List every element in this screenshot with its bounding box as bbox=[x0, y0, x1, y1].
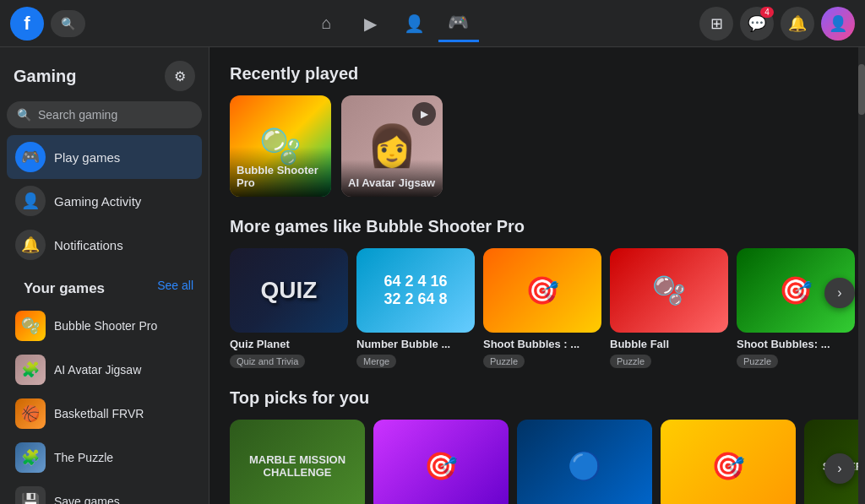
basketball-thumb: 🏀 bbox=[15, 398, 46, 429]
facebook-logo[interactable]: f bbox=[10, 7, 44, 41]
puzzle-thumb: 🧩 bbox=[15, 442, 46, 473]
game-card-number-bubble[interactable]: 64 2 4 1632 2 64 8 Number Bubble ... Mer… bbox=[356, 248, 475, 368]
settings-gear-button[interactable]: ⚙ bbox=[165, 61, 195, 91]
nav-people-button[interactable]: 👤 bbox=[394, 5, 435, 42]
quiz-planet-img: QUIZ bbox=[230, 248, 348, 333]
quiz-planet-tag: Quiz and Trivia bbox=[230, 355, 305, 368]
search-placeholder: Search gaming bbox=[38, 108, 117, 122]
sidebar-game-ai-avatar[interactable]: 🧩 AI Avatar Jigsaw bbox=[7, 348, 202, 392]
notifications-icon: 🔔 bbox=[15, 230, 46, 260]
bubble-fall-tag: Puzzle bbox=[610, 355, 651, 368]
more-games-next-button[interactable]: › bbox=[824, 278, 855, 308]
shoot-bubbles-3-img: 🎯 bbox=[373, 420, 509, 504]
recently-played-title: Recently played bbox=[230, 64, 845, 84]
sidebar-search-box[interactable]: 🔍 Search gaming bbox=[7, 101, 202, 128]
save-icon: 💾 bbox=[15, 486, 46, 504]
shoot-bubbles-4-img: 🎯 bbox=[661, 420, 796, 504]
recent-avatar-label: AI Avatar Jigsaw bbox=[341, 160, 443, 197]
grid-menu-button[interactable]: ⊞ bbox=[699, 7, 733, 41]
sidebar-game-puzzle[interactable]: 🧩 The Puzzle bbox=[7, 436, 202, 480]
pick-card-marble[interactable]: MARBLE MISSION CHALLENGE Marble Mission … bbox=[230, 420, 365, 504]
sidebar-item-notifications[interactable]: 🔔 Notifications bbox=[7, 223, 202, 267]
sidebar-title: Gaming bbox=[14, 67, 76, 86]
sidebar-game-save[interactable]: 💾 Save games bbox=[7, 480, 202, 504]
marble-mission-img: MARBLE MISSION CHALLENGE bbox=[230, 420, 365, 504]
shoot-bubbles-1-name: Shoot Bubbles : ... bbox=[483, 338, 601, 350]
bubble-fall-name: Bubble Fall bbox=[610, 338, 728, 350]
game-card-shoot-bubbles-2[interactable]: 🎯 Shoot Bubbles: ... Puzzle bbox=[737, 248, 855, 368]
notifications-button[interactable]: 🔔 bbox=[781, 7, 814, 41]
nav-gaming-button[interactable]: 🎮 bbox=[438, 5, 479, 42]
more-games-row: QUIZ Quiz Planet Quiz and Trivia 64 2 4 … bbox=[230, 248, 845, 368]
recent-card-ai-avatar[interactable]: 👩 ▶ AI Avatar Jigsaw bbox=[341, 95, 443, 197]
messenger-button[interactable]: 💬 4 bbox=[740, 7, 774, 41]
shoot-bubbles-1-img: 🎯 bbox=[483, 248, 601, 333]
topnav-center: ⌂ ▶ 👤 🎮 bbox=[85, 5, 699, 42]
your-games-label: Your games bbox=[15, 270, 113, 301]
top-picks-next-button[interactable]: › bbox=[824, 453, 855, 484]
bubble-shooter-thumb: 🫧 bbox=[15, 311, 46, 341]
avatar-image: 👤 bbox=[821, 7, 855, 41]
sidebar-header: Gaming ⚙ bbox=[7, 57, 202, 98]
your-games-section-header: Your games See all bbox=[7, 267, 202, 304]
shoot-bubbles-1-tag: Puzzle bbox=[483, 355, 525, 368]
main-content: Recently played 🫧 Bubble Shooter Pro 👩 ▶… bbox=[209, 47, 865, 504]
topnav-right: ⊞ 💬 4 🔔 👤 bbox=[699, 7, 855, 41]
pick-card-sort-match[interactable]: 🔵 Sort Match Puzzle Puzzle bbox=[517, 420, 652, 504]
play-overlay-icon: ▶ bbox=[412, 102, 436, 126]
sidebar-item-gaming-activity[interactable]: 👤 Gaming Activity bbox=[7, 179, 202, 223]
search-icon: 🔍 bbox=[17, 108, 31, 122]
quiz-planet-name: Quiz Planet bbox=[230, 338, 348, 350]
pick-card-shoot-bubbles-3[interactable]: 🎯 Shoot Bubbles 2 ... Action bbox=[373, 420, 509, 504]
ai-avatar-thumb: 🧩 bbox=[15, 355, 46, 385]
top-picks-title: Top picks for you bbox=[230, 388, 845, 408]
topnav-left: f 🔍 bbox=[10, 7, 85, 41]
bubble-fall-img: 🫧 bbox=[610, 248, 728, 333]
profile-avatar-button[interactable]: 👤 bbox=[821, 7, 855, 41]
messenger-badge: 4 bbox=[760, 7, 774, 18]
pick-card-shoot-bubbles-4[interactable]: 🎯 Shoot Bubbles : ... Puzzle bbox=[661, 420, 796, 504]
nav-watch-button[interactable]: ▶ bbox=[351, 5, 391, 42]
recently-played-row: 🫧 Bubble Shooter Pro 👩 ▶ AI Avatar Jigsa… bbox=[230, 95, 845, 197]
sidebar-game-bubble-shooter[interactable]: 🫧 Bubble Shooter Pro bbox=[7, 304, 202, 348]
recent-card-bubble-shooter[interactable]: 🫧 Bubble Shooter Pro bbox=[230, 95, 331, 197]
number-bubble-tag: Merge bbox=[356, 355, 396, 368]
search-icon: 🔍 bbox=[61, 17, 75, 30]
shoot-bubbles-2-name: Shoot Bubbles: ... bbox=[737, 338, 855, 350]
see-all-link[interactable]: See all bbox=[157, 279, 193, 292]
more-games-title: More games like Bubble Shooter Pro bbox=[230, 217, 845, 236]
play-games-icon: 🎮 bbox=[15, 142, 46, 172]
game-card-quiz-planet[interactable]: QUIZ Quiz Planet Quiz and Trivia bbox=[230, 248, 348, 368]
main-layout: Gaming ⚙ 🔍 Search gaming 🎮 Play games 👤 … bbox=[0, 47, 865, 504]
top-picks-row1: MARBLE MISSION CHALLENGE Marble Mission … bbox=[230, 420, 845, 504]
scrollbar-thumb[interactable] bbox=[858, 64, 865, 115]
number-bubble-name: Number Bubble ... bbox=[356, 338, 475, 350]
game-card-shoot-bubbles-1[interactable]: 🎯 Shoot Bubbles : ... Puzzle bbox=[483, 248, 601, 368]
number-bubble-img: 64 2 4 1632 2 64 8 bbox=[356, 248, 475, 333]
sidebar: Gaming ⚙ 🔍 Search gaming 🎮 Play games 👤 … bbox=[0, 47, 209, 504]
scrollbar-track bbox=[858, 47, 865, 504]
sidebar-game-basketball[interactable]: 🏀 Basketball FRVR bbox=[7, 392, 202, 436]
sort-match-img: 🔵 bbox=[517, 420, 652, 504]
shoot-bubbles-2-tag: Puzzle bbox=[737, 355, 778, 368]
sidebar-item-play-games[interactable]: 🎮 Play games bbox=[7, 135, 202, 179]
recent-bubble-label: Bubble Shooter Pro bbox=[230, 147, 331, 197]
game-card-bubble-fall[interactable]: 🫧 Bubble Fall Puzzle bbox=[610, 248, 728, 368]
gaming-activity-icon: 👤 bbox=[15, 186, 46, 216]
gear-icon: ⚙ bbox=[174, 68, 186, 84]
global-search-box[interactable]: 🔍 bbox=[51, 10, 85, 37]
nav-home-button[interactable]: ⌂ bbox=[307, 5, 347, 42]
topnav: f 🔍 ⌂ ▶ 👤 🎮 ⊞ 💬 4 🔔 👤 bbox=[0, 0, 865, 47]
